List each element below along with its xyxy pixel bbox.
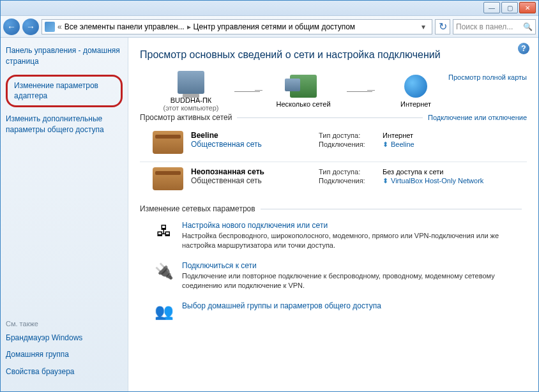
- access-type-value: Интернет: [383, 131, 420, 140]
- connect-network-link[interactable]: Подключиться к сети: [182, 261, 527, 270]
- network-name: Beeline: [191, 131, 319, 140]
- node-label: Несколько сетей: [276, 100, 330, 108]
- firewall-link[interactable]: Брандмауэр Windows: [6, 333, 123, 343]
- node-sublabel: (этот компьютер): [163, 104, 218, 112]
- divider: [261, 209, 522, 209]
- plug-icon: ⬍: [383, 140, 388, 148]
- browser-properties-link[interactable]: Свойства браузера: [6, 366, 123, 377]
- breadcrumb-segment[interactable]: Центр управления сетями и общим доступом: [194, 22, 356, 31]
- bench-icon: [153, 167, 183, 190]
- setting-description: Настройка беспроводного, широкополосного…: [182, 231, 527, 251]
- body: Панель управления - домашняя страница Из…: [1, 38, 538, 391]
- section-label: Изменение сетевых параметров: [140, 204, 255, 213]
- active-networks-header: Просмотр активных сетей Подключение или …: [140, 113, 527, 122]
- chevron-left-icon: «: [57, 22, 62, 31]
- plug-icon: ⬍: [383, 177, 388, 185]
- homegroup-link[interactable]: Домашняя группа: [6, 349, 123, 360]
- access-type-label: Тип доступа:: [319, 131, 383, 140]
- connection-line: [234, 91, 260, 92]
- connection-link[interactable]: VirtualBox Host-Only Network: [391, 177, 483, 185]
- titlebar: — ▢ ✕: [1, 1, 538, 16]
- setting-item: 🖧 Настройка нового подключения или сети …: [140, 217, 527, 257]
- homegroup-icon: 👥: [153, 301, 176, 322]
- pc-icon: [178, 71, 204, 94]
- connection-line: [347, 91, 372, 92]
- maximize-button[interactable]: ▢: [501, 2, 518, 13]
- sharing-settings-link[interactable]: Изменить дополнительные параметры общего…: [6, 114, 123, 135]
- connect-network-icon: 🔌: [153, 261, 176, 282]
- control-panel-home-link[interactable]: Панель управления - домашняя страница: [6, 45, 123, 67]
- page-title: Просмотр основных сведений о сети и наст…: [140, 49, 527, 61]
- nav-bar: ← → « Все элементы панели управлен... ▸ …: [1, 16, 538, 38]
- sidebar: Панель управления - домашняя страница Из…: [1, 38, 128, 391]
- globe-icon: [404, 75, 427, 98]
- breadcrumb-segment[interactable]: Все элементы панели управлен...: [65, 22, 185, 31]
- network-category-link[interactable]: Общественная сеть: [191, 140, 319, 149]
- divider: [237, 117, 423, 118]
- connections-label: Подключения:: [319, 176, 383, 186]
- forward-button[interactable]: →: [22, 19, 39, 35]
- network-icon: [45, 22, 55, 32]
- bench-icon: [153, 131, 183, 154]
- see-also-label: См. также: [6, 320, 123, 328]
- connections-label: Подключения:: [319, 140, 383, 149]
- access-type-value: Без доступа к сети: [383, 167, 489, 176]
- address-bar[interactable]: « Все элементы панели управлен... ▸ Цент…: [42, 19, 432, 34]
- setting-item: 🔌 Подключиться к сети Подключение или по…: [140, 257, 527, 298]
- search-icon: 🔍: [523, 22, 533, 31]
- multi-network-icon: [290, 75, 317, 98]
- setting-item: 👥 Выбор домашней группы и параметров общ…: [140, 298, 527, 328]
- connection-link[interactable]: Beeline: [391, 140, 414, 148]
- chevron-down-icon[interactable]: ▾: [418, 22, 429, 31]
- new-connection-link[interactable]: Настройка нового подключения или сети: [182, 221, 527, 230]
- minimize-button[interactable]: —: [483, 2, 500, 13]
- node-label: Интернет: [400, 100, 431, 108]
- internet-node: Интернет: [377, 75, 454, 108]
- network-category: Общественная сеть: [191, 176, 319, 185]
- connect-disconnect-link[interactable]: Подключение или отключение: [428, 114, 527, 121]
- multi-networks-node: Несколько сетей: [265, 75, 342, 108]
- search-input[interactable]: Поиск в панел... 🔍: [453, 19, 536, 34]
- change-settings-header: Изменение сетевых параметров: [140, 204, 527, 213]
- setting-description: Подключение или повторное подключение к …: [182, 271, 527, 291]
- homegroup-settings-link[interactable]: Выбор домашней группы и параметров общег…: [182, 301, 381, 310]
- control-panel-window: — ▢ ✕ ← → « Все элементы панели управлен…: [0, 0, 539, 392]
- access-type-label: Тип доступа:: [319, 167, 383, 176]
- network-entry: Beeline Общественная сеть Тип доступа:Ин…: [140, 126, 527, 162]
- adapter-settings-link[interactable]: Изменение параметров адаптера: [6, 75, 123, 108]
- help-icon[interactable]: ?: [518, 43, 529, 54]
- refresh-button[interactable]: ↻: [435, 19, 450, 34]
- this-pc-node: BUDDHA-ПК (этот компьютер): [153, 71, 229, 112]
- close-button[interactable]: ✕: [519, 2, 536, 13]
- new-connection-icon: 🖧: [153, 221, 176, 241]
- section-label: Просмотр активных сетей: [140, 113, 232, 122]
- chevron-right-icon: ▸: [187, 22, 191, 31]
- network-entry: Неопознанная сеть Общественная сеть Тип …: [140, 162, 527, 198]
- search-placeholder: Поиск в панел...: [456, 22, 513, 31]
- back-button[interactable]: ←: [3, 19, 20, 35]
- content-area: ? Просмотр основных сведений о сети и на…: [128, 38, 538, 391]
- network-name: Неопознанная сеть: [191, 167, 319, 176]
